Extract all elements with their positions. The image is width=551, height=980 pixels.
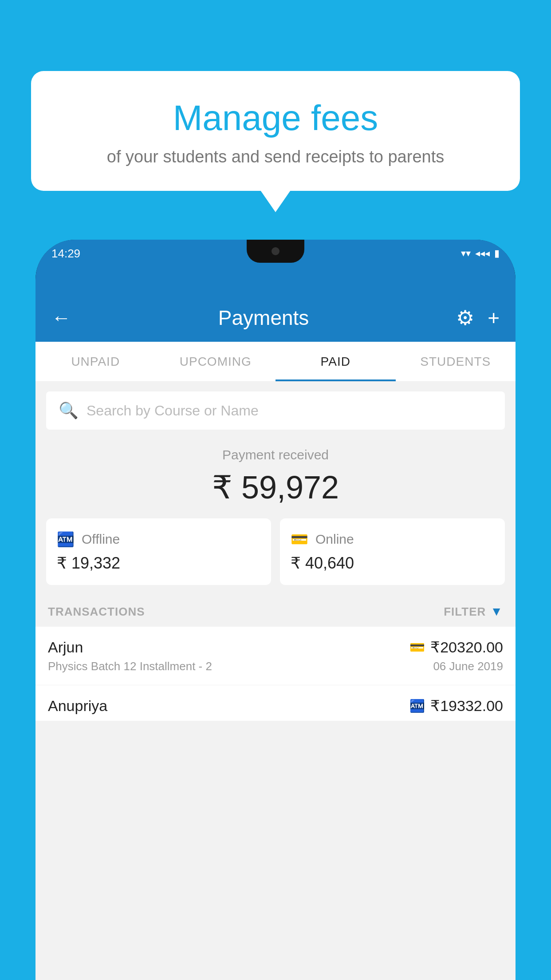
transaction-name-2: Anupriya [48, 697, 107, 715]
app-bar-title: Payments [84, 306, 443, 330]
filter-button[interactable]: FILTER ▼ [444, 605, 503, 619]
online-card-header: 💳 Online [291, 531, 494, 548]
tab-unpaid[interactable]: UNPAID [35, 342, 156, 381]
offline-card: 🏧 Offline ₹ 19,332 [46, 518, 271, 585]
transaction-amount-2: ₹19332.00 [430, 697, 503, 715]
transaction-row-partial[interactable]: Anupriya 🏧 ₹19332.00 [35, 685, 516, 721]
search-bar[interactable]: 🔍 Search by Course or Name [46, 391, 505, 430]
transaction-amount: ₹20320.00 [430, 638, 503, 656]
card-icon: 💳 [409, 640, 425, 655]
settings-button[interactable]: ⚙ [456, 306, 474, 330]
battery-icon: ▮ [494, 248, 500, 259]
wifi-icon: ▾▾ [461, 248, 471, 259]
transaction-row-top: Arjun 💳 ₹20320.00 [48, 638, 503, 656]
transaction-row-partial-top: Anupriya 🏧 ₹19332.00 [48, 697, 503, 715]
filter-icon: ▼ [490, 605, 503, 619]
online-icon: 💳 [291, 531, 308, 548]
payment-cards: 🏧 Offline ₹ 19,332 💳 Online ₹ 40,640 [35, 518, 516, 596]
offline-card-header: 🏧 Offline [57, 531, 260, 548]
search-input[interactable]: Search by Course or Name [87, 403, 259, 419]
app-bar: ← Payments ⚙ + [35, 294, 516, 342]
camera [272, 247, 279, 255]
status-bar-area: 14:29 ▾▾ ◂◂◂ ▮ [35, 240, 516, 294]
transaction-amount-wrap-2: 🏧 ₹19332.00 [409, 697, 503, 715]
online-card: 💳 Online ₹ 40,640 [280, 518, 505, 585]
filter-label: FILTER [444, 605, 486, 619]
status-time: 14:29 [51, 247, 80, 261]
transaction-row[interactable]: Arjun 💳 ₹20320.00 Physics Batch 12 Insta… [35, 627, 516, 685]
payment-summary: Payment received ₹ 59,972 [35, 430, 516, 518]
back-button[interactable]: ← [51, 307, 71, 329]
notch [247, 240, 304, 263]
transaction-course: Physics Batch 12 Installment - 2 [48, 660, 212, 673]
search-icon: 🔍 [59, 401, 79, 420]
app-content: 🔍 Search by Course or Name Payment recei… [35, 382, 516, 980]
status-icons: ▾▾ ◂◂◂ ▮ [461, 248, 500, 259]
transactions-header: TRANSACTIONS FILTER ▼ [35, 596, 516, 627]
transaction-row-bottom: Physics Batch 12 Installment - 2 06 June… [48, 660, 503, 673]
offline-icon: 🏧 [57, 531, 75, 548]
payment-total-amount: ₹ 59,972 [44, 469, 507, 506]
tab-paid[interactable]: PAID [276, 342, 396, 381]
transactions-label: TRANSACTIONS [48, 605, 145, 619]
speech-bubble: Manage fees of your students and send re… [31, 71, 520, 191]
online-amount: ₹ 40,640 [291, 554, 494, 573]
add-button[interactable]: + [488, 306, 500, 330]
cash-icon: 🏧 [409, 699, 425, 713]
speech-bubble-subtitle: of your students and send receipts to pa… [53, 147, 498, 166]
tab-students[interactable]: STUDENTS [396, 342, 516, 381]
tab-upcoming[interactable]: UPCOMING [156, 342, 276, 381]
transaction-amount-wrap: 💳 ₹20320.00 [409, 638, 503, 656]
speech-bubble-title: Manage fees [53, 98, 498, 138]
offline-amount: ₹ 19,332 [57, 554, 260, 573]
transaction-date: 06 June 2019 [433, 660, 503, 673]
payment-received-label: Payment received [44, 447, 507, 462]
transaction-name: Arjun [48, 639, 83, 656]
offline-label: Offline [82, 532, 120, 547]
signal-icon: ◂◂◂ [475, 248, 490, 259]
tabs-bar: UNPAID UPCOMING PAID STUDENTS [35, 342, 516, 382]
online-label: Online [315, 532, 354, 547]
phone-frame: 14:29 ▾▾ ◂◂◂ ▮ ← Payments ⚙ + UNPAID UPC… [35, 240, 516, 980]
